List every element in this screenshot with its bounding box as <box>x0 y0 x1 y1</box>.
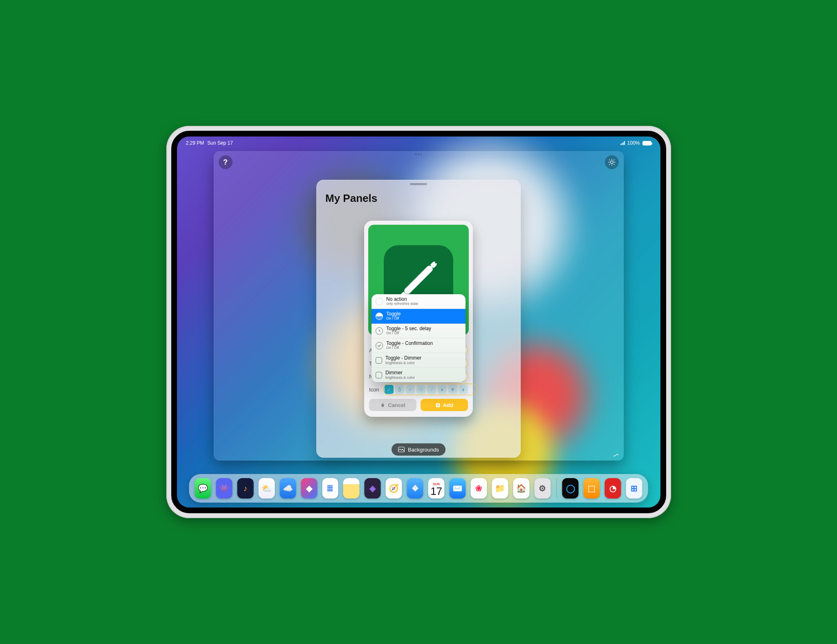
half-circle-icon <box>376 313 383 320</box>
dock-app-messages[interactable]: 💬 <box>195 478 211 499</box>
square-icon <box>376 372 382 378</box>
clock-icon <box>376 327 383 335</box>
icon-option-bulb[interactable]: ☉ <box>416 385 425 394</box>
dock-app-shortcuts[interactable]: ◆ <box>301 478 317 499</box>
icon-picker[interactable]: ⟋ ♁ ∩ ☉ ⟋ ♦ ▼ ♦ › <box>383 384 477 395</box>
dock-app-weather[interactable]: ⛅ <box>258 478 275 499</box>
dock-app-music-app[interactable]: ♪ <box>237 478 253 499</box>
action-menu: No actiononly refreshes stateToggleOn / … <box>372 294 465 382</box>
calendar-date: 17 <box>430 486 442 496</box>
sheet-title: My Panels <box>325 192 521 205</box>
backgrounds-button[interactable]: Backgrounds <box>392 443 445 456</box>
backgrounds-label: Backgrounds <box>408 447 439 453</box>
icon-option-spot[interactable]: ▼ <box>448 385 457 394</box>
icon-option-arch[interactable]: ∩ <box>406 385 415 394</box>
action-menu-item-5[interactable]: Dimmerbrightness & color <box>372 368 465 382</box>
icon-option-tube[interactable]: ⟋ <box>385 385 394 394</box>
menu-item-title: Toggle - Dimmer <box>385 356 421 361</box>
menu-item-subtitle: On / Off <box>386 346 433 350</box>
dock-app-reminders[interactable]: ≣ <box>322 478 338 499</box>
dock-app-mail[interactable]: ✉️ <box>450 478 466 499</box>
image-icon <box>398 447 405 452</box>
cancel-label: Cancel <box>388 402 405 408</box>
dock-app-obsidian[interactable]: ◈ <box>365 478 381 499</box>
dock-app-icloud[interactable]: ☁️ <box>280 478 296 499</box>
action-menu-item-3[interactable]: Toggle - ConfirmationOn / Off <box>372 338 465 353</box>
dock-separator <box>556 479 557 498</box>
gear-icon <box>608 158 616 166</box>
status-bar: 2:29 PM Sun Sep 17 100% <box>177 139 660 147</box>
dock-app-photos[interactable]: ❀ <box>470 478 487 499</box>
dock: 💬👾♪⛅☁️◆≣◈🧭❖SUN17✉️❀📁🏠⚙︎◯⬚◔⊞ <box>189 474 648 503</box>
add-label: Add <box>443 402 453 408</box>
dotted-circle-icon <box>376 298 383 305</box>
dock-app-recent-4[interactable]: ⊞ <box>626 478 642 499</box>
dock-app-calendar[interactable]: SUN17 <box>428 478 445 499</box>
menu-item-subtitle: only refreshes state <box>386 302 418 306</box>
action-menu-item-0[interactable]: No actiononly refreshes state <box>372 294 465 309</box>
dock-app-safari[interactable]: 🧭 <box>386 478 402 499</box>
action-menu-item-1[interactable]: ToggleOn / Off <box>372 309 465 324</box>
status-date: Sun Sep 17 <box>207 140 233 146</box>
svg-rect-0 <box>403 264 434 295</box>
status-time: 2:29 PM <box>186 140 204 146</box>
square-icon <box>376 357 382 364</box>
trash-icon <box>380 402 385 408</box>
dock-app-notes[interactable] <box>343 478 360 499</box>
dock-app-discord[interactable]: 👾 <box>216 478 232 499</box>
dock-app-recent-1[interactable]: ◯ <box>562 478 579 499</box>
dock-app-settings[interactable]: ⚙︎ <box>534 478 551 499</box>
battery-icon <box>642 141 651 145</box>
ipad-screen: 2:29 PM Sun Sep 17 100% ? My Panels <box>171 131 666 513</box>
dock-app-files[interactable]: 📁 <box>492 478 508 499</box>
icon-option-bulb2[interactable]: ♦ <box>438 385 447 394</box>
action-menu-item-4[interactable]: Toggle - Dimmerbrightness & color <box>372 353 465 368</box>
menu-item-subtitle: On / Off <box>386 317 401 321</box>
icon-option-lamp[interactable]: ♁ <box>395 385 404 394</box>
dock-app-recent-2[interactable]: ⬚ <box>584 478 600 499</box>
menu-item-subtitle: On / Off <box>386 331 431 335</box>
icon-option-bulb3[interactable]: ♦ <box>459 385 468 394</box>
menu-item-title: Dimmer <box>385 370 415 376</box>
signal-icon <box>620 141 625 145</box>
sheet-grabber[interactable] <box>410 183 427 185</box>
dock-app-app-blue[interactable]: ❖ <box>407 478 423 499</box>
row-icon: Icon ⟋ ♁ ∩ ☉ ⟋ ♦ ▼ ♦ › <box>369 384 468 395</box>
menu-item-subtitle: brightness & color <box>385 361 421 365</box>
svg-line-5 <box>434 262 435 263</box>
menu-item-subtitle: brightness & color <box>385 376 415 380</box>
window-dots-icon[interactable] <box>416 154 422 155</box>
dock-app-recent-3[interactable]: ◔ <box>605 478 621 499</box>
check-circle-icon <box>376 342 383 349</box>
icon-label: Icon <box>369 387 379 393</box>
settings-button[interactable] <box>605 155 619 169</box>
action-menu-item-2[interactable]: Toggle - 5 sec. delayOn / Off <box>372 324 465 338</box>
app-window: ? My Panels <box>214 151 624 461</box>
ipad-frame: 2:29 PM Sun Sep 17 100% ? My Panels <box>166 126 671 518</box>
icon-option-wand[interactable]: ⟋ <box>427 385 436 394</box>
battery-percent: 100% <box>627 140 640 146</box>
dock-app-home[interactable]: 🏠 <box>513 478 529 499</box>
add-button[interactable]: Add <box>421 399 468 411</box>
chevron-right-icon: › <box>474 385 475 391</box>
cancel-button[interactable]: Cancel <box>369 399 416 411</box>
help-button[interactable]: ? <box>219 155 233 169</box>
svg-line-6 <box>436 264 437 265</box>
scribble-icon[interactable] <box>612 450 620 458</box>
plus-square-icon <box>435 402 441 408</box>
